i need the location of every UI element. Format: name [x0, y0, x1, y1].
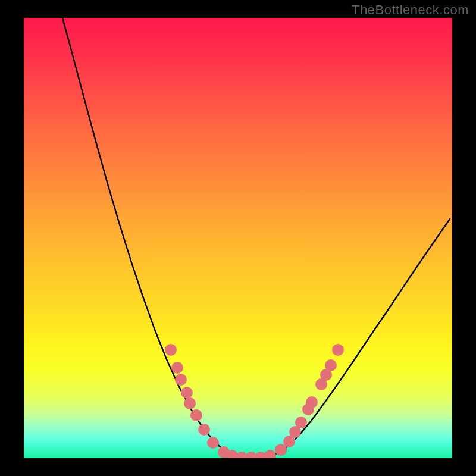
marker-dot: [184, 397, 196, 409]
marker-dot: [264, 450, 276, 458]
bottleneck-curve: [62, 18, 450, 458]
marker-dot: [181, 387, 193, 399]
marker-dot: [175, 374, 187, 386]
marker-group: [165, 344, 344, 458]
chart-svg: [24, 18, 452, 458]
marker-dot: [295, 416, 307, 428]
marker-dot: [207, 437, 219, 449]
marker-dot: [325, 359, 337, 371]
chart-frame: TheBottleneck.com: [0, 0, 476, 476]
marker-dot: [190, 409, 202, 421]
marker-dot: [198, 424, 210, 436]
plot-area: [24, 18, 452, 458]
marker-dot: [332, 344, 344, 356]
watermark-text: TheBottleneck.com: [352, 2, 469, 18]
marker-dot: [171, 362, 183, 374]
marker-dot: [165, 344, 177, 356]
marker-dot: [306, 396, 318, 408]
